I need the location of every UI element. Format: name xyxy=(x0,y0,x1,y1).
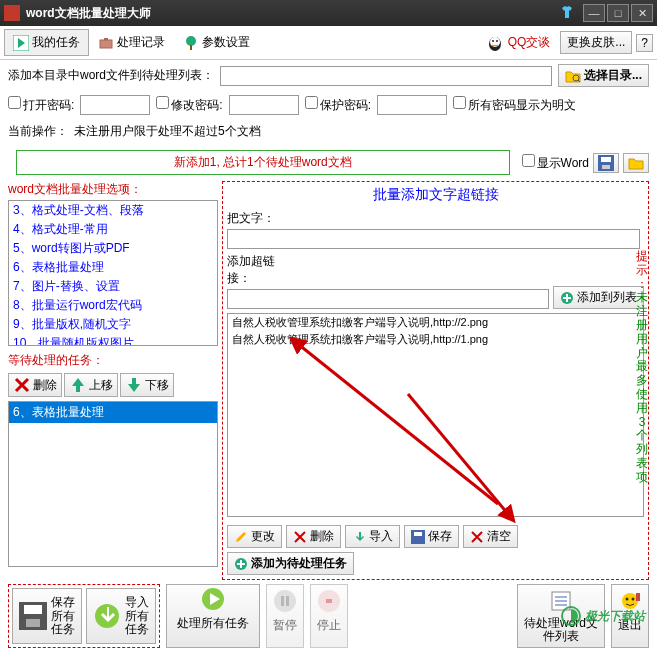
clear-button[interactable]: 清空 xyxy=(463,525,518,548)
open-pwd-input[interactable] xyxy=(80,95,150,115)
app-logo-icon xyxy=(4,5,20,21)
svg-rect-26 xyxy=(281,596,284,606)
play-icon xyxy=(13,35,29,51)
down-arrow-icon xyxy=(125,376,143,394)
tshirt-icon[interactable] xyxy=(559,5,575,21)
svg-rect-37 xyxy=(636,593,640,601)
delete-task-button[interactable]: 删除 xyxy=(8,373,62,397)
link-label: 添加超链接： xyxy=(227,253,297,287)
plus-green-icon xyxy=(234,557,248,571)
pencil-icon xyxy=(234,530,248,544)
current-op-value: 未注册用户限于处理不超过5个文档 xyxy=(74,123,261,140)
svg-rect-1 xyxy=(100,40,112,48)
maximize-button[interactable]: □ xyxy=(607,4,629,22)
add-to-list-button[interactable]: 添加到列表 xyxy=(553,286,644,309)
options-item[interactable]: 3、格式处理-文档、段落 xyxy=(9,201,217,220)
svg-rect-22 xyxy=(26,619,40,627)
watermark-icon xyxy=(561,606,581,626)
briefcase-icon xyxy=(98,35,114,51)
modify-pwd-input[interactable] xyxy=(229,95,299,115)
status-bar: 新添加1, 总计1个待处理word文档 xyxy=(16,150,510,175)
svg-point-3 xyxy=(186,36,196,46)
minimize-button[interactable]: — xyxy=(583,4,605,22)
hyperlink-item[interactable]: 自然人税收管理系统扣缴客户端导入说明,http://2.png xyxy=(228,314,643,331)
svg-rect-4 xyxy=(190,45,192,50)
modify-pwd-check[interactable]: 修改密码: xyxy=(156,96,222,114)
status-text: 新添加1, 总计1个待处理word文档 xyxy=(20,154,506,171)
tab-history[interactable]: 处理记录 xyxy=(89,29,174,56)
stop-button[interactable]: 停止 xyxy=(310,584,348,648)
directory-input[interactable] xyxy=(220,66,552,86)
add-directory-row: 添加本目录中word文件到待处理列表： 选择目录... xyxy=(0,60,657,91)
modify-button[interactable]: 更改 xyxy=(227,525,282,548)
svg-rect-27 xyxy=(286,596,289,606)
current-op-label: 当前操作： xyxy=(8,123,68,140)
tab-settings[interactable]: 参数设置 xyxy=(174,29,259,56)
skin-button[interactable]: 更换皮肤... xyxy=(560,31,632,54)
open-pwd-check[interactable]: 打开密码: xyxy=(8,96,74,114)
run-all-button[interactable]: 处理所有任务 xyxy=(166,584,260,648)
close-button[interactable]: ✕ xyxy=(631,4,653,22)
add-dir-label: 添加本目录中word文件到待处理列表： xyxy=(8,67,214,84)
plus-icon xyxy=(560,291,574,305)
x-red-icon xyxy=(293,530,307,544)
choose-dir-button[interactable]: 选择目录... xyxy=(558,64,649,87)
hyperlink-panel: 批量添加文字超链接 把文字： 添加超链接： 添加到列表 自然人税收管理系统扣缴客… xyxy=(222,181,649,580)
svg-rect-29 xyxy=(326,599,332,603)
svg-rect-18 xyxy=(414,532,422,536)
import-icon xyxy=(352,530,366,544)
import-button[interactable]: 导入 xyxy=(345,525,400,548)
pending-list[interactable]: 6、表格批量处理 xyxy=(8,401,218,567)
protect-pwd-input[interactable] xyxy=(377,95,447,115)
help-button[interactable]: ? xyxy=(636,34,653,52)
options-item[interactable]: 9、批量版权,随机文字 xyxy=(9,315,217,334)
add-pending-button[interactable]: 添加为待处理任务 xyxy=(227,552,354,575)
options-list[interactable]: 3、格式处理-文档、段落4、格式处理-常用5、word转图片或PDF6、表格批量… xyxy=(8,200,218,346)
move-up-button[interactable]: 上移 xyxy=(64,373,118,397)
text-input[interactable] xyxy=(227,229,640,249)
move-down-button[interactable]: 下移 xyxy=(120,373,174,397)
svg-line-15 xyxy=(298,344,498,504)
link-input[interactable] xyxy=(227,289,549,309)
import-large-icon xyxy=(93,602,121,630)
protect-pwd-check[interactable]: 保护密码: xyxy=(305,96,371,114)
options-item[interactable]: 6、表格批量处理 xyxy=(9,258,217,277)
qq-chat-link[interactable]: QQ交谈 xyxy=(508,34,551,51)
import-all-button[interactable]: 导入所有任务 xyxy=(86,588,156,644)
pause-button[interactable]: 暂停 xyxy=(266,584,304,648)
show-word-check[interactable]: 显示Word xyxy=(522,154,589,172)
side-tip: 提示：未注册用户最多使用3个列表项 xyxy=(635,250,649,485)
save-icon-button[interactable] xyxy=(593,153,619,173)
pending-item[interactable]: 6、表格批量处理 xyxy=(9,402,217,423)
folder-open-icon xyxy=(628,155,644,171)
svg-point-7 xyxy=(492,40,494,42)
svg-point-35 xyxy=(626,598,629,601)
save-all-button[interactable]: 保存所有任务 xyxy=(12,588,82,644)
svg-point-8 xyxy=(496,40,498,42)
window-title: word文档批量处理大师 xyxy=(26,5,559,22)
options-item[interactable]: 5、word转图片或PDF xyxy=(9,239,217,258)
current-op-row: 当前操作： 未注册用户限于处理不超过5个文档 xyxy=(0,119,657,144)
panel-title: 批量添加文字超链接 xyxy=(227,186,644,204)
qq-icon[interactable] xyxy=(486,34,504,52)
tree-icon xyxy=(183,35,199,51)
options-item[interactable]: 7、图片-替换、设置 xyxy=(9,277,217,296)
floppy-icon xyxy=(598,155,614,171)
options-title: word文档批量处理选项： xyxy=(8,181,218,198)
options-item[interactable]: 8、批量运行word宏代码 xyxy=(9,296,217,315)
floppy-large-icon xyxy=(19,602,47,630)
svg-point-25 xyxy=(274,590,296,612)
svg-line-16 xyxy=(408,394,508,514)
save-button[interactable]: 保存 xyxy=(404,525,459,548)
plain-pwd-check[interactable]: 所有密码显示为明文 xyxy=(453,96,576,114)
open-icon-button[interactable] xyxy=(623,153,649,173)
annotation-arrows xyxy=(268,334,528,524)
main-tabs: 我的任务 处理记录 参数设置 QQ交谈 更换皮肤... ? xyxy=(0,26,657,60)
options-item[interactable]: 10、批量随机版权图片 xyxy=(9,334,217,346)
pause-icon xyxy=(273,589,297,613)
options-item[interactable]: 4、格式处理-常用 xyxy=(9,220,217,239)
hyperlink-item[interactable]: 自然人税收管理系统扣缴客户端导入说明,http://1.png xyxy=(228,331,643,348)
tab-my-tasks[interactable]: 我的任务 xyxy=(4,29,89,56)
delete-button[interactable]: 删除 xyxy=(286,525,341,548)
hyperlink-list[interactable]: 自然人税收管理系统扣缴客户端导入说明,http://2.png自然人税收管理系统… xyxy=(227,313,644,517)
